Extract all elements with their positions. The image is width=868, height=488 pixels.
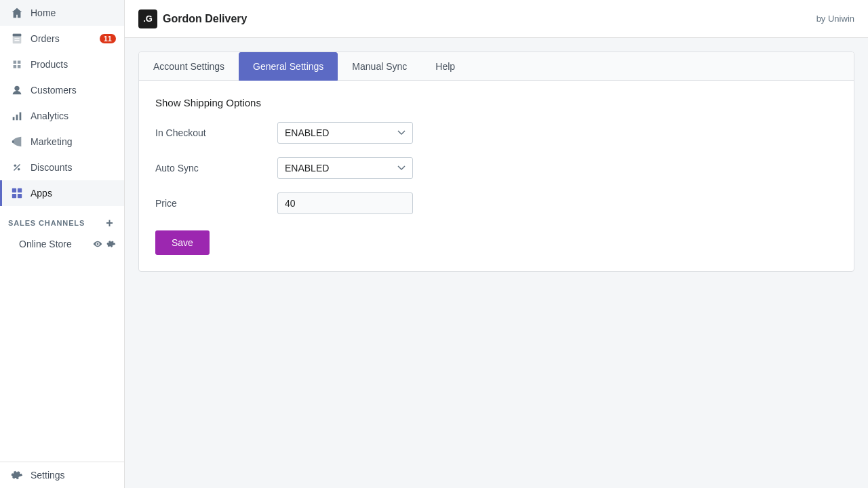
analytics-icon [10, 109, 24, 123]
svg-rect-5 [13, 117, 15, 121]
sidebar-nav-home[interactable]: Home [0, 0, 124, 26]
sidebar-nav-discounts[interactable]: Discounts [0, 155, 124, 180]
sidebar-label-customers: Customers [31, 85, 77, 96]
app-logo: .G Gordon Delivery [138, 9, 247, 28]
sidebar-label-analytics: Analytics [31, 110, 68, 121]
sidebar-label-discounts: Discounts [31, 162, 72, 173]
sidebar-label-apps: Apps [31, 188, 52, 199]
svg-point-10 [18, 168, 20, 171]
sidebar-nav-settings[interactable]: Settings [0, 462, 124, 488]
svg-rect-1 [13, 34, 22, 37]
form-row-in-checkout: In Checkout ENABLED DISABLED [155, 122, 837, 144]
discounts-icon [10, 161, 24, 174]
marketing-icon [10, 135, 24, 148]
control-price [277, 192, 413, 214]
select-auto-sync[interactable]: ENABLED DISABLED [277, 157, 413, 179]
tab-help[interactable]: Help [421, 52, 469, 81]
apps-icon [10, 186, 24, 200]
control-auto-sync: ENABLED DISABLED [277, 157, 413, 179]
tabs-bar: Account Settings General Settings Manual… [139, 52, 854, 81]
settings-label: Settings [31, 470, 65, 481]
customers-icon [10, 83, 24, 97]
sidebar-label-products: Products [31, 59, 68, 70]
content-area: Account Settings General Settings Manual… [125, 38, 868, 488]
form-area: Show Shipping Options In Checkout ENABLE… [139, 81, 854, 271]
tab-manual-sync[interactable]: Manual Sync [338, 52, 421, 81]
sidebar-bottom: Settings [0, 462, 124, 488]
svg-rect-14 [12, 194, 16, 198]
save-button[interactable]: Save [155, 230, 210, 255]
input-price[interactable] [277, 192, 413, 214]
sidebar-nav-online-store[interactable]: Online Store [0, 233, 124, 255]
app-name: Gordon Delivery [163, 13, 247, 25]
label-auto-sync: Auto Sync [155, 163, 277, 174]
svg-rect-15 [18, 194, 22, 198]
orders-icon [10, 32, 24, 45]
svg-rect-7 [20, 113, 22, 121]
svg-rect-12 [12, 188, 16, 192]
svg-point-9 [14, 165, 17, 167]
sidebar-label-home: Home [31, 7, 56, 18]
topbar-by-label: by Uniwin [816, 14, 854, 24]
online-store-gear-icon[interactable] [106, 239, 116, 249]
settings-icon [10, 468, 24, 482]
svg-rect-8 [12, 140, 14, 143]
sidebar-label-orders: Orders [31, 33, 60, 44]
main-area: .G Gordon Delivery by Uniwin Account Set… [125, 0, 868, 488]
settings-card: Account Settings General Settings Manual… [138, 52, 854, 272]
form-row-price: Price [155, 192, 837, 214]
online-store-label: Online Store [19, 239, 72, 249]
sidebar-nav-orders[interactable]: Orders 11 [0, 26, 124, 52]
sales-channels-label: SALES CHANNELS [8, 219, 85, 227]
svg-rect-6 [16, 115, 18, 120]
sidebar-nav-products[interactable]: Products [0, 52, 124, 77]
sidebar-nav-marketing[interactable]: Marketing [0, 129, 124, 155]
form-section-title: Show Shipping Options [155, 97, 837, 108]
sidebar-label-marketing: Marketing [31, 136, 72, 147]
online-store-eye-icon [93, 239, 102, 249]
sidebar-nav-customers[interactable]: Customers [0, 77, 124, 103]
sidebar-nav-apps[interactable]: Apps [0, 180, 124, 206]
logo-icon: .G [138, 9, 157, 28]
topbar: .G Gordon Delivery by Uniwin [125, 0, 868, 38]
svg-point-4 [14, 86, 19, 91]
home-icon [10, 6, 24, 20]
svg-rect-13 [18, 188, 22, 192]
control-in-checkout: ENABLED DISABLED [277, 122, 413, 144]
select-in-checkout[interactable]: ENABLED DISABLED [277, 122, 413, 144]
tab-general-settings[interactable]: General Settings [239, 52, 338, 81]
orders-badge: 11 [100, 34, 116, 43]
sales-channels-section: SALES CHANNELS + [0, 206, 124, 233]
tab-account-settings[interactable]: Account Settings [139, 52, 239, 81]
add-channel-icon[interactable]: + [104, 217, 116, 229]
form-row-auto-sync: Auto Sync ENABLED DISABLED [155, 157, 837, 179]
products-icon [10, 58, 24, 71]
label-in-checkout: In Checkout [155, 127, 277, 138]
sidebar-nav-analytics[interactable]: Analytics [0, 103, 124, 129]
label-price: Price [155, 198, 277, 209]
sidebar: Home Orders 11 Products Customers Analyt… [0, 0, 125, 488]
